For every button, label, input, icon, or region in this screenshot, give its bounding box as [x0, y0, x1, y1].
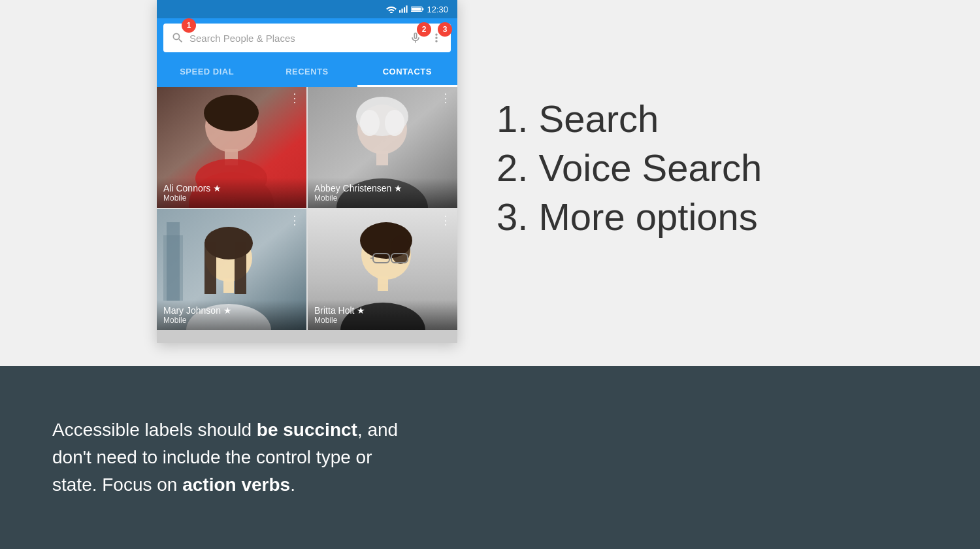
tab-recents[interactable]: RECENTS	[257, 58, 357, 86]
ali-type: Mobile	[163, 193, 300, 203]
status-bar: 12:30	[157, 0, 457, 18]
bottom-text-1: Accessible labels should	[52, 420, 257, 440]
tab-speed-dial[interactable]: SPEED DIAL	[157, 58, 257, 86]
svg-rect-3	[406, 5, 408, 12]
phone-container: 12:30 1 Search People & Places	[157, 0, 457, 366]
britta-info: Britta Holt ★ Mobile	[308, 300, 457, 330]
ali-menu-dots[interactable]: ⋮	[289, 92, 300, 104]
tab-contacts[interactable]: CONTACTS	[357, 58, 457, 86]
wifi-icon	[386, 5, 397, 13]
search-placeholder: Search People & Places	[189, 33, 404, 44]
svg-rect-25	[204, 242, 216, 294]
feature-3-text: More options	[539, 195, 758, 238]
ali-name: Ali Connors ★	[163, 183, 300, 193]
status-time: 12:30	[427, 5, 448, 14]
mary-info: Mary Johnson ★ Mobile	[157, 300, 306, 330]
svg-rect-22	[167, 222, 180, 301]
bottom-bar: Accessible labels should be succinct, an…	[0, 366, 980, 549]
bottom-text-3: .	[290, 474, 295, 495]
contact-card-abbey-christensen[interactable]: ⋮ Abbey Christensen ★ Mobile	[308, 87, 457, 208]
signal-icon	[399, 5, 408, 13]
right-panel: 1. Search 2. Voice Search 3. More option…	[457, 0, 980, 366]
svg-rect-6	[412, 8, 421, 11]
svg-rect-2	[404, 7, 405, 12]
contact-grid: ⋮ Ali Connors ★ Mobile	[157, 87, 457, 330]
svg-rect-26	[235, 242, 246, 294]
svg-point-9	[204, 95, 259, 131]
abbey-info: Abbey Christensen ★ Mobile	[308, 178, 457, 208]
feature-list: 1. Search 2. Voice Search 3. More option…	[497, 97, 762, 244]
svg-rect-19	[376, 151, 388, 165]
abbey-name: Abbey Christensen ★	[314, 183, 451, 193]
feature-3-label: 3.	[497, 195, 539, 238]
feature-2-text: Voice Search	[539, 146, 762, 189]
badge-mic: 2	[417, 22, 431, 37]
britta-type: Mobile	[314, 316, 451, 325]
svg-rect-1	[402, 8, 403, 12]
feature-1-text: Search	[539, 97, 659, 140]
svg-point-17	[385, 110, 404, 136]
contact-card-mary-johnson[interactable]: ⋮ Mary Johnson ★ Mobile	[157, 209, 306, 330]
search-bar[interactable]: 1 Search People & Places 2	[157, 18, 457, 58]
feature-item-2: 2. Voice Search	[497, 146, 762, 190]
abbey-type: Mobile	[314, 193, 451, 203]
search-icon	[171, 31, 184, 44]
status-icons: 12:30	[386, 5, 448, 14]
britta-menu-dots[interactable]: ⋮	[440, 214, 451, 226]
svg-rect-28	[223, 278, 234, 293]
phone-screen: 12:30 1 Search People & Places	[157, 0, 457, 343]
mary-name: Mary Johnson ★	[163, 305, 300, 316]
main-area: 12:30 1 Search People & Places	[0, 0, 980, 366]
abbey-menu-dots[interactable]: ⋮	[440, 92, 451, 104]
badge-search: 1	[182, 18, 196, 33]
mary-menu-dots[interactable]: ⋮	[289, 214, 300, 226]
bottom-bold-2: action verbs	[182, 474, 290, 495]
bottom-text: Accessible labels should be succinct, an…	[52, 416, 398, 499]
ali-info: Ali Connors ★ Mobile	[157, 178, 306, 208]
svg-rect-38	[378, 276, 388, 291]
feature-item-3: 3. More options	[497, 195, 762, 239]
bottom-bold-1: be succinct	[257, 420, 357, 440]
mic-icon-wrapper[interactable]: 2	[409, 31, 422, 44]
tabs: SPEED DIAL RECENTS CONTACTS	[157, 58, 457, 87]
contact-card-britta-holt[interactable]: ⋮ Britta Holt ★ Mobile	[308, 209, 457, 330]
battery-icon	[411, 5, 424, 13]
more-icon-wrapper[interactable]: 3	[430, 31, 443, 44]
badge-more: 3	[438, 22, 452, 37]
feature-2-label: 2.	[497, 146, 539, 189]
contact-card-ali-connors[interactable]: ⋮ Ali Connors ★ Mobile	[157, 87, 306, 208]
feature-item-1: 1. Search	[497, 97, 762, 141]
svg-rect-5	[423, 8, 424, 10]
svg-point-16	[360, 110, 380, 136]
feature-1-label: 1.	[497, 97, 539, 140]
search-input-wrapper[interactable]: 1 Search People & Places 2	[163, 24, 451, 52]
mary-type: Mobile	[163, 316, 300, 325]
britta-name: Britta Holt ★	[314, 305, 451, 316]
svg-rect-0	[399, 10, 400, 12]
